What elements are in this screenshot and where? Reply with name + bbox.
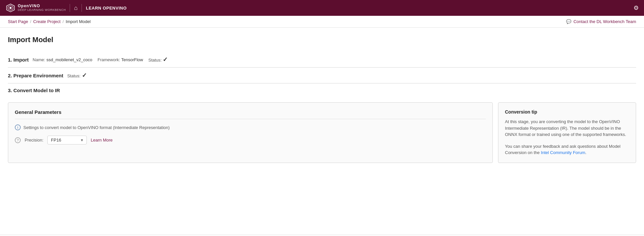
step-2-meta: Status: ✓	[67, 72, 86, 79]
step-2-check-icon: ✓	[82, 72, 87, 79]
intel-community-forum-link[interactable]: Intel Community Forum	[541, 150, 585, 155]
precision-label: Precision:	[25, 138, 43, 143]
top-navigation: OpenVINO DEEP LEARNING WORKBENCH ⌂ LEARN…	[0, 0, 644, 16]
contact-team-link[interactable]: 💬 Contact the DL Workbench Team	[566, 19, 636, 24]
step-1-row: 1. Import Name: ssd_mobilenet_v2_coco Fr…	[8, 52, 636, 67]
logo-sub-text: DEEP LEARNING WORKBENCH	[18, 9, 66, 12]
breadcrumb: Start Page / Create Project / Import Mod…	[8, 19, 91, 24]
step-1-check-icon: ✓	[163, 56, 168, 63]
framework-value: TensorFlow	[121, 57, 143, 62]
step-3-row: 3. Convert Model to IR	[8, 83, 636, 97]
nav-left: OpenVINO DEEP LEARNING WORKBENCH ⌂ LEARN…	[5, 3, 127, 13]
step-3-label: 3. Convert Model to IR	[8, 88, 60, 93]
tip-text-2-end: .	[585, 150, 586, 155]
breadcrumb-bar: Start Page / Create Project / Import Mod…	[0, 16, 644, 28]
breadcrumb-start-page[interactable]: Start Page	[8, 19, 28, 24]
step-1-name-label: Name: ssd_mobilenet_v2_coco	[33, 57, 92, 62]
svg-point-2	[10, 7, 12, 9]
main-content: Import Model 1. Import Name: ssd_mobilen…	[0, 28, 644, 235]
precision-select[interactable]: FP16 ▾	[47, 136, 87, 144]
general-params-title: General Parameters	[15, 109, 486, 119]
precision-value: FP16	[51, 138, 61, 143]
tip-title: Conversion tip	[505, 109, 629, 115]
info-icon: i	[15, 124, 21, 130]
chevron-down-icon: ▾	[81, 138, 83, 143]
step-2-status-label: Status:	[67, 73, 80, 78]
step-1-name-value: ssd_mobilenet_v2_coco	[46, 57, 92, 62]
breadcrumb-sep-2: /	[62, 19, 64, 24]
steps-container: 1. Import Name: ssd_mobilenet_v2_coco Fr…	[8, 52, 636, 97]
precision-row: ? Precision: FP16 ▾ Learn More	[15, 136, 486, 144]
settings-info-row: i Settings to convert model to OpenVINO …	[15, 124, 486, 130]
learn-openvino-label: LEARN OPENVINO	[86, 6, 127, 11]
breadcrumb-import-model: Import Model	[66, 19, 91, 24]
breadcrumb-create-project[interactable]: Create Project	[33, 19, 60, 24]
contact-label: Contact the DL Workbench Team	[573, 19, 636, 24]
learn-more-link[interactable]: Learn More	[91, 138, 112, 143]
breadcrumb-sep-1: /	[30, 19, 31, 24]
nav-divider-2	[82, 4, 82, 12]
step-1-status: Status: ✓	[148, 56, 168, 63]
step-2-label: 2. Prepare Environment	[8, 73, 63, 78]
step3-content: General Parameters i Settings to convert…	[8, 102, 636, 163]
page-title: Import Model	[8, 36, 636, 44]
settings-icon[interactable]: ⚙	[633, 4, 639, 12]
status-label: Status:	[148, 58, 161, 63]
comment-icon: 💬	[566, 19, 571, 24]
step-1-meta: Name: ssd_mobilenet_v2_coco Framework: T…	[33, 56, 168, 63]
step-2-status: Status: ✓	[67, 72, 86, 79]
nav-divider	[70, 4, 70, 12]
general-params-panel: General Parameters i Settings to convert…	[8, 102, 493, 163]
step-2-row: 2. Prepare Environment Status: ✓	[8, 67, 636, 83]
framework-label: Framework:	[98, 57, 120, 62]
action-bar: Convert Cancel	[0, 235, 644, 236]
openvino-logo: OpenVINO DEEP LEARNING WORKBENCH	[5, 3, 66, 13]
logo-main-text: OpenVINO	[18, 4, 66, 8]
tip-text-2: You can share your feedback and ask ques…	[505, 143, 629, 156]
home-icon[interactable]: ⌂	[74, 5, 78, 12]
logo-icon	[5, 3, 16, 13]
tip-text-1: At this stage, you are converting the mo…	[505, 118, 629, 138]
logo-texts: OpenVINO DEEP LEARNING WORKBENCH	[18, 4, 66, 12]
step-1-framework: Framework: TensorFlow	[98, 57, 143, 62]
settings-info-text: Settings to convert model to OpenVINO fo…	[23, 125, 170, 130]
step-1-label: 1. Import	[8, 57, 29, 63]
conversion-tip-panel: Conversion tip At this stage, you are co…	[498, 102, 636, 163]
help-icon: ?	[15, 137, 21, 143]
